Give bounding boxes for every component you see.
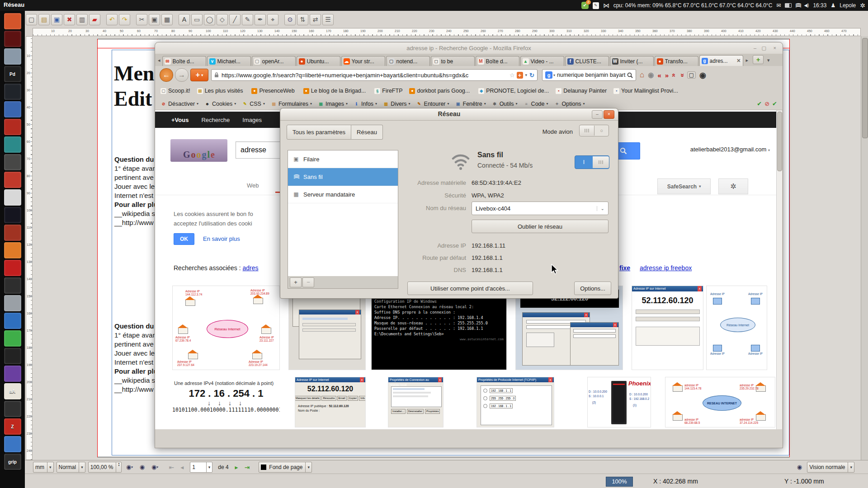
- gbar-recherche[interactable]: Recherche: [201, 117, 230, 123]
- dock-item[interactable]: [4, 119, 21, 135]
- mail-icon[interactable]: ✉: [776, 3, 781, 8]
- scribus-tool-button[interactable]: ▢: [26, 14, 37, 25]
- scribus-tool-button[interactable]: ⇅: [297, 14, 308, 25]
- page-number-spinner[interactable]: 1▾: [190, 462, 212, 473]
- bookmark-item[interactable]: ● Le blog de la Brigad...: [303, 88, 368, 94]
- session-gear-icon[interactable]: ✲: [860, 2, 865, 9]
- dock-item[interactable]: [4, 277, 21, 294]
- related-link-freebox[interactable]: adresse ip freebox: [640, 264, 692, 272]
- result-image-phoenix-server[interactable]: Phoenix D : 10.0.0.200 S : 10.0.0.1 (2) …: [587, 377, 651, 427]
- dock-item[interactable]: [4, 242, 21, 258]
- scribus-tool-button[interactable]: ▰: [89, 14, 100, 25]
- result-image-lan-properties[interactable]: Propriétés de Connexion au réseau localx…: [388, 377, 443, 427]
- forget-network-button[interactable]: Oublier le réseau: [472, 220, 609, 233]
- home-icon[interactable]: ⌂: [640, 70, 644, 80]
- screenshot-icon[interactable]: ▢: [687, 71, 696, 79]
- scribus-tool-button[interactable]: [102, 14, 105, 25]
- scribus-tool-button[interactable]: ▭: [191, 14, 203, 25]
- note-indicator-icon[interactable]: ✎: [593, 2, 599, 9]
- devtool-menu[interactable]: ✱ Outils ▾: [492, 101, 518, 107]
- dialog-minimize-button[interactable]: –: [592, 110, 603, 119]
- search-engine-icon[interactable]: g: [545, 71, 552, 79]
- valid-check-icon[interactable]: ✔: [757, 100, 762, 107]
- scribus-tool-button[interactable]: [174, 14, 177, 25]
- result-image-houses-cloud[interactable]: RESEAU INTERNET adresse IP 144.115.4.78 …: [665, 377, 775, 427]
- dock-item[interactable]: [4, 260, 21, 276]
- add-network-button[interactable]: +: [290, 277, 302, 287]
- search-engine-dropdown-icon[interactable]: ▾: [553, 73, 555, 77]
- close-button[interactable]: ×: [774, 45, 776, 51]
- vertical-ruler[interactable]: 1020304050607080901001101201301401501601…: [26, 36, 33, 460]
- dialog-titlebar[interactable]: Réseau – ×: [280, 108, 618, 121]
- dock-item[interactable]: [4, 348, 21, 364]
- dock-item[interactable]: Z: [4, 418, 21, 435]
- zoom-default-button[interactable]: ◉: [137, 462, 147, 472]
- scribus-vertical-scrollbar[interactable]: [861, 36, 868, 460]
- volume-icon[interactable]: ◀): [804, 3, 809, 8]
- options-button[interactable]: Options...: [574, 282, 611, 295]
- dock-item[interactable]: [4, 84, 21, 100]
- scribus-tool-button[interactable]: ⇄: [310, 14, 321, 25]
- scribus-tool-button[interactable]: ▤: [38, 14, 50, 25]
- bookmark-star-icon[interactable]: ☆: [509, 72, 515, 79]
- scribus-tool-button[interactable]: [132, 14, 135, 25]
- dock-item[interactable]: [4, 189, 21, 206]
- back-button[interactable]: ←: [160, 68, 173, 82]
- zoom-in-button[interactable]: ◉▾: [150, 462, 160, 472]
- scribus-tool-button[interactable]: ✖: [64, 14, 75, 25]
- dock-item[interactable]: [4, 136, 21, 153]
- scribus-tool-button[interactable]: ▣: [51, 14, 62, 25]
- devtool-menu[interactable]: ▥ Divers ▾: [383, 101, 410, 107]
- dock-item[interactable]: [4, 436, 21, 452]
- cookie-learn-more-link[interactable]: En savoir plus: [203, 235, 240, 242]
- page-vertical-scrollbar[interactable]: [776, 110, 782, 429]
- scribus-tool-button[interactable]: ✂: [136, 14, 147, 25]
- scribus-tool-button[interactable]: ╱: [229, 14, 241, 25]
- related-link[interactable]: adres: [243, 264, 259, 272]
- search-settings-gear-button[interactable]: ✲: [718, 178, 748, 194]
- reload-icon[interactable]: ↻: [529, 72, 534, 79]
- dock-item[interactable]: [4, 101, 21, 117]
- new-tab-plus-button[interactable]: +▾: [190, 69, 208, 81]
- devtool-menu[interactable]: ✎ Entourer ▾: [416, 101, 449, 107]
- zoom-spinner[interactable]: 100,00 %▴▾: [88, 462, 122, 473]
- preview-mode-button[interactable]: ◉: [794, 462, 804, 472]
- last-page-button[interactable]: ⇥: [245, 464, 250, 471]
- bookmark-item[interactable]: ● PresenceWeb: [251, 88, 296, 94]
- dock-item[interactable]: aA: [4, 383, 21, 399]
- scrollbar-thumb[interactable]: [777, 112, 782, 171]
- error-icon[interactable]: ⊘: [764, 100, 769, 107]
- dock-item[interactable]: [4, 207, 21, 223]
- scribus-tool-button[interactable]: ✒: [255, 14, 266, 25]
- scribus-tool-button[interactable]: ↷: [119, 14, 130, 25]
- tab-scroll-right-icon[interactable]: ▸: [746, 57, 749, 63]
- share-plus-icon[interactable]: +: [517, 72, 523, 79]
- browser-tab[interactable]: v Michael... ✕: [207, 56, 251, 66]
- gbar-plus-vous[interactable]: +Vous: [171, 117, 189, 123]
- devtool-menu[interactable]: ▣ Fenêtre ▾: [455, 101, 486, 107]
- horizontal-ruler[interactable]: 1020304050607080901001101201301401501601…: [33, 28, 861, 36]
- scribus-tool-button[interactable]: ↶: [106, 14, 118, 25]
- scroll-up-icon[interactable]: «: [670, 73, 678, 77]
- search-bar[interactable]: g ▾ numerique benjamin bayart: [542, 69, 636, 81]
- scribus-tool-button[interactable]: ▣: [149, 14, 160, 25]
- browser-tab[interactable]: ● Transfo... ✕: [655, 56, 698, 66]
- scribus-tool-button[interactable]: [280, 14, 283, 25]
- cookie-ok-button[interactable]: OK: [174, 233, 194, 245]
- devtool-menu[interactable]: ⊘ Désactiver ▾: [160, 101, 198, 107]
- browser-tab[interactable]: ☁ Your str... ✕: [341, 56, 385, 66]
- webcam-icon[interactable]: ◉: [699, 70, 706, 80]
- url-bar[interactable]: https://www.google.fr/search?q=liberté+n…: [211, 69, 538, 81]
- clock[interactable]: 16:33: [813, 2, 826, 9]
- all-settings-button[interactable]: Tous les paramètres: [287, 125, 351, 140]
- forward-button[interactable]: →: [175, 68, 189, 82]
- gbar-images[interactable]: Images: [242, 117, 262, 123]
- tab-close-icon[interactable]: ✕: [736, 58, 741, 64]
- browser-tab[interactable]: f CLUSTE... ✕: [565, 56, 609, 66]
- rewind-icon[interactable]: «: [657, 71, 661, 79]
- first-page-button[interactable]: ⇤: [169, 464, 174, 471]
- devtool-menu[interactable]: ≡ Code ▾: [524, 101, 548, 107]
- network-interface-item[interactable]: ▣ Filaire: [288, 150, 398, 168]
- result-image-ip-window[interactable]: Adresse IP sur Internetx 52.112.60.120: [632, 286, 703, 370]
- layer-select[interactable]: Fond de page▾: [259, 462, 312, 473]
